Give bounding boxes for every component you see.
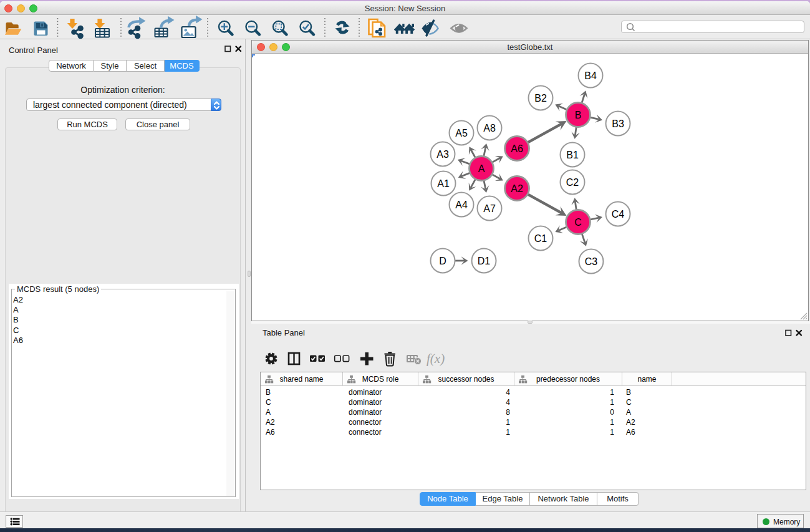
svg-text:C3: C3 (585, 256, 598, 267)
svg-text:C1: C1 (534, 233, 547, 244)
svg-text:A3: A3 (436, 149, 449, 160)
svg-text:A6: A6 (511, 143, 523, 154)
svg-text:B3: B3 (612, 118, 624, 129)
svg-text:B4: B4 (584, 70, 597, 81)
svg-text:A: A (478, 163, 485, 174)
svg-text:f(x): f(x) (427, 351, 445, 366)
svg-text:A1: A1 (437, 178, 450, 189)
svg-text:B1: B1 (566, 150, 579, 160)
svg-text:A2: A2 (511, 183, 523, 194)
svg-text:C: C (574, 217, 582, 228)
svg-text:A5: A5 (455, 128, 468, 138)
svg-text:A8: A8 (483, 123, 496, 133)
svg-text:C2: C2 (566, 177, 579, 188)
svg-text:A4: A4 (455, 200, 468, 210)
svg-text:A7: A7 (483, 203, 496, 214)
svg-text:C4: C4 (612, 209, 625, 220)
svg-text:D: D (439, 256, 446, 266)
svg-text:B: B (575, 110, 582, 120)
svg-text:B2: B2 (534, 93, 547, 104)
svg-text:D1: D1 (478, 256, 491, 266)
